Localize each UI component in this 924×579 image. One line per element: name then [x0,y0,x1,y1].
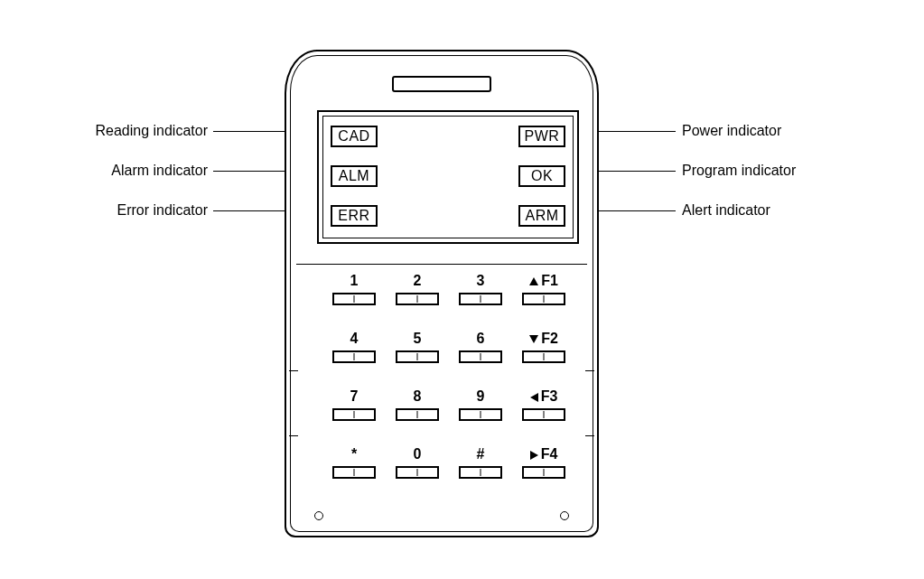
label-program-indicator: Program indicator [682,163,796,179]
key-0[interactable]: 0 [396,446,439,479]
key-label: F1 [529,273,558,289]
key-button [522,350,565,363]
device-top-slot [392,76,491,92]
key-label: * [351,446,357,462]
indicator-cad: CAD [331,126,378,147]
key-button [459,466,502,479]
key-label: 0 [414,446,422,462]
key-button [332,408,376,421]
key-label: 6 [477,331,485,347]
key-f1[interactable]: F1 [522,273,565,305]
key-button [396,293,439,305]
key-button [459,350,502,363]
side-tick [289,435,298,436]
label-alert-indicator: Alert indicator [682,202,770,219]
arrow-right-icon [530,451,538,460]
key-f4[interactable]: F4 [522,446,565,479]
key-label: 9 [477,388,485,405]
arrow-up-icon [529,277,538,285]
key-label: # [477,446,485,462]
key-9[interactable]: 9 [459,388,502,421]
key-button [332,293,376,305]
key-label: F2 [529,331,558,347]
key-button [459,408,502,421]
arrow-left-icon [530,393,538,402]
arrow-down-icon [529,335,538,343]
key-5[interactable]: 5 [396,331,439,363]
key-7[interactable]: 7 [332,388,376,421]
key-button [332,466,376,479]
label-error-indicator: Error indicator [81,202,208,219]
key-button [396,466,439,479]
key-label: 7 [350,388,359,405]
key-f2[interactable]: F2 [522,331,565,363]
key-label: F4 [530,446,558,462]
key-button [332,350,376,363]
indicator-alm: ALM [331,165,378,187]
key-8[interactable]: 8 [396,388,439,421]
key-6[interactable]: 6 [459,331,502,363]
key-3[interactable]: 3 [459,273,502,305]
key-button [522,466,565,479]
key-label: 2 [414,273,422,289]
key-button [396,350,439,363]
key-1[interactable]: 1 [332,273,376,305]
side-tick [289,370,298,371]
key-button [396,408,439,421]
key-button [459,293,502,305]
key-label: 8 [414,388,422,405]
device-cover-split [296,264,587,265]
key-label-text: F4 [541,446,558,462]
label-power-indicator: Power indicator [682,123,781,139]
keypad-row: 7 8 9 F3 [332,388,569,421]
key-label: 5 [414,331,422,347]
diagram-stage: Reading indicator Alarm indicator Error … [0,0,924,579]
screw-hole-icon [314,511,323,520]
indicator-arm: ARM [518,205,565,227]
label-alarm-indicator: Alarm indicator [81,163,208,179]
device-body: CAD ALM ERR PWR OK ARM 1 [285,50,599,537]
keypad-row: 4 5 6 F2 [332,331,569,363]
key-4[interactable]: 4 [332,331,376,363]
device-display: CAD ALM ERR PWR OK ARM [317,110,579,244]
side-tick [585,370,594,371]
indicator-pwr: PWR [518,126,565,147]
keypad-row: 1 2 3 F1 [332,273,569,305]
label-reading-indicator: Reading indicator [81,123,208,139]
screw-hole-icon [560,511,569,520]
key-hash[interactable]: # [459,446,502,479]
keypad-row: * 0 # F4 [332,446,569,479]
key-label: F3 [530,388,558,405]
key-label-text: F1 [541,273,558,288]
key-star[interactable]: * [332,446,376,479]
key-label-text: F3 [541,388,558,404]
device-display-inner: CAD ALM ERR PWR OK ARM [322,116,574,238]
keypad: 1 2 3 F1 [332,273,569,479]
key-f3[interactable]: F3 [522,388,565,421]
key-button [522,408,565,421]
key-label: 4 [350,331,359,347]
indicator-ok: OK [518,165,565,187]
key-2[interactable]: 2 [396,273,439,305]
key-label-text: F2 [541,331,558,346]
side-tick [585,435,594,436]
key-label: 3 [477,273,485,289]
key-button [522,293,565,305]
key-label: 1 [350,273,359,289]
indicator-err: ERR [331,205,378,227]
device-inner-shell: CAD ALM ERR PWR OK ARM 1 [290,55,593,532]
